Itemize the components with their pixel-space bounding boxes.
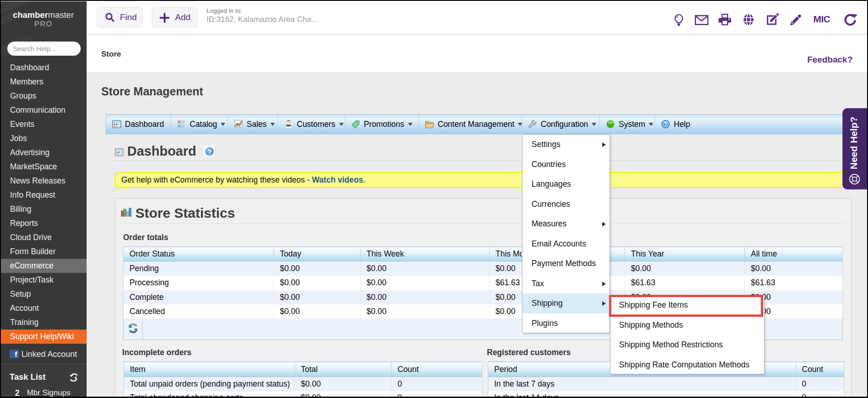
svg-text:?: ? xyxy=(664,121,667,127)
